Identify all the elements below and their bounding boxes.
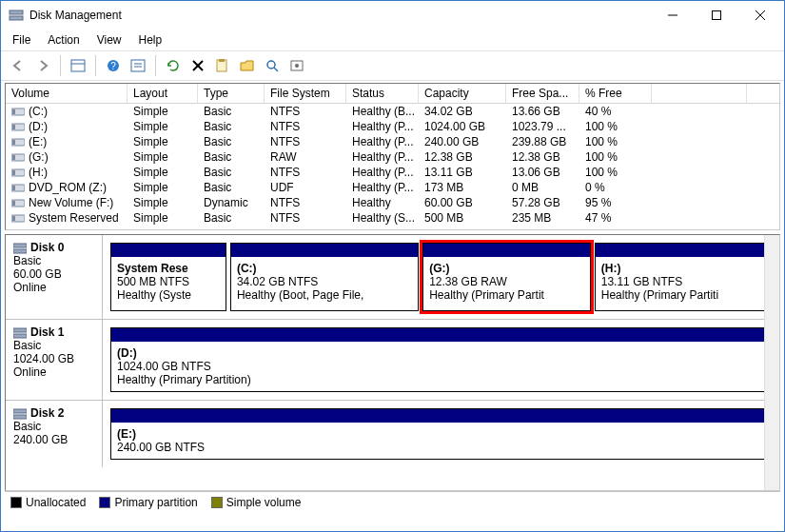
disk-state: Online xyxy=(13,365,96,379)
partition-status: Healthy (Primary Partit xyxy=(429,288,584,302)
legend-unallocated: Unallocated xyxy=(10,496,86,509)
col-type[interactable]: Type xyxy=(198,84,265,103)
vol-layout: Simple xyxy=(128,134,198,149)
partition[interactable]: (E:)240.00 GB NTFS xyxy=(110,408,768,460)
vol-pct: 100 % xyxy=(579,149,652,165)
table-row[interactable]: (H:)SimpleBasicNTFSHealthy (P...13.11 GB… xyxy=(6,165,779,180)
forward-button[interactable] xyxy=(31,54,54,77)
menu-file[interactable]: File xyxy=(5,31,38,49)
delete-button[interactable] xyxy=(186,54,209,77)
vol-free: 235 MB xyxy=(506,210,579,226)
vol-layout: Simple xyxy=(128,149,198,165)
disk-size: 1024.00 GB xyxy=(13,352,96,365)
vol-free: 239.88 GB xyxy=(506,134,579,149)
vol-cap: 60.00 GB xyxy=(419,195,506,210)
volume-list[interactable]: Volume Layout Type File System Status Ca… xyxy=(5,83,780,230)
svg-rect-40 xyxy=(13,334,27,338)
partition-status: Healthy (Primary Partition) xyxy=(117,373,761,386)
vol-pct: 100 % xyxy=(579,165,652,180)
disk-label[interactable]: Disk 0Basic60.00 GBOnline xyxy=(6,235,103,319)
col-blank[interactable] xyxy=(652,84,747,103)
table-row[interactable]: System ReservedSimpleBasicNTFSHealthy (S… xyxy=(6,210,779,226)
vol-name: DVD_ROM (Z:) xyxy=(29,181,107,194)
svg-rect-24 xyxy=(12,125,15,129)
maximize-button[interactable] xyxy=(695,2,738,29)
volume-icon xyxy=(11,151,25,163)
svg-rect-1 xyxy=(10,16,23,20)
table-row[interactable]: (E:)SimpleBasicNTFSHealthy (P...240.00 G… xyxy=(6,134,779,149)
disk-label[interactable]: Disk 1Basic1024.00 GBOnline xyxy=(6,320,103,400)
table-row[interactable]: DVD_ROM (Z:)SimpleBasicUDFHealthy (P...1… xyxy=(6,180,779,195)
partition[interactable]: (G:)12.38 GB RAWHealthy (Primary Partit xyxy=(422,243,591,311)
partition[interactable]: (D:)1024.00 GB NTFSHealthy (Primary Part… xyxy=(110,327,768,392)
properties-button[interactable] xyxy=(211,54,234,77)
partition-cap xyxy=(111,409,767,423)
explore-button[interactable] xyxy=(261,54,284,77)
vol-type: Basic xyxy=(198,104,265,119)
vol-free: 13.66 GB xyxy=(506,104,579,119)
vol-status: Healthy (B... xyxy=(346,104,419,119)
svg-rect-3 xyxy=(713,11,721,20)
vol-name: System Reserved xyxy=(29,211,119,225)
col-pct[interactable]: % Free xyxy=(579,84,652,103)
action-list-button[interactable] xyxy=(127,54,149,77)
vol-cap: 173 MB xyxy=(419,180,506,195)
partition[interactable]: (C:)34.02 GB NTFSHealthy (Boot, Page Fil… xyxy=(230,243,419,311)
vol-cap: 1024.00 GB xyxy=(419,119,506,134)
vol-name: (G:) xyxy=(29,150,49,164)
vol-name: (C:) xyxy=(29,105,48,118)
partition-size: 500 MB NTFS xyxy=(117,275,220,288)
vol-fs: NTFS xyxy=(265,210,346,226)
volume-icon xyxy=(11,212,25,224)
table-row[interactable]: (D:)SimpleBasicNTFSHealthy (P...1024.00 … xyxy=(6,119,779,134)
vol-status: Healthy (P... xyxy=(346,149,419,165)
help-button[interactable]: ? xyxy=(102,54,125,77)
vol-free: 12.38 GB xyxy=(506,149,579,165)
disk-icon xyxy=(13,406,27,420)
vol-pct: 95 % xyxy=(579,195,652,210)
back-button[interactable] xyxy=(7,54,29,77)
partition[interactable]: (H:)13.11 GB NTFSHealthy (Primary Partit… xyxy=(595,243,768,311)
menu-action[interactable]: Action xyxy=(40,31,87,49)
partition-cap xyxy=(423,244,590,257)
disk-map[interactable]: Disk 0Basic60.00 GBOnlineSystem Rese500 … xyxy=(5,234,780,491)
disk-label[interactable]: Disk 2Basic240.00 GB xyxy=(6,401,103,467)
vol-fs: RAW xyxy=(265,149,346,165)
svg-rect-41 xyxy=(13,409,27,413)
svg-rect-39 xyxy=(13,328,27,332)
volume-icon xyxy=(11,182,25,193)
col-free[interactable]: Free Spa... xyxy=(506,84,579,103)
settings-button[interactable] xyxy=(285,54,308,77)
legend-simple: Simple volume xyxy=(211,496,302,509)
menu-view[interactable]: View xyxy=(89,31,129,49)
partition[interactable]: System Rese500 MB NTFSHealthy (Syste xyxy=(110,243,226,311)
refresh-button[interactable] xyxy=(162,54,185,77)
svg-rect-30 xyxy=(12,170,15,175)
col-fs[interactable]: File System xyxy=(265,84,346,103)
svg-point-20 xyxy=(295,64,299,68)
table-row[interactable]: (G:)SimpleBasicRAWHealthy (P...12.38 GB1… xyxy=(6,149,779,165)
col-volume[interactable]: Volume xyxy=(6,84,128,103)
close-button[interactable] xyxy=(738,2,782,29)
partition-cap xyxy=(111,244,226,257)
vol-type: Basic xyxy=(198,134,265,149)
open-button[interactable] xyxy=(236,54,259,77)
vol-cap: 13.11 GB xyxy=(419,165,506,180)
svg-rect-38 xyxy=(13,249,27,253)
col-capacity[interactable]: Capacity xyxy=(419,84,506,103)
table-row[interactable]: New Volume (F:)SimpleDynamicNTFSHealthy6… xyxy=(6,195,779,210)
scrollbar[interactable] xyxy=(764,235,779,490)
vol-fs: NTFS xyxy=(265,119,346,134)
col-status[interactable]: Status xyxy=(346,84,419,103)
col-layout[interactable]: Layout xyxy=(128,84,198,103)
menu-help[interactable]: Help xyxy=(131,31,170,49)
app-icon xyxy=(9,8,24,23)
vol-status: Healthy (P... xyxy=(346,165,419,180)
legend-primary: Primary partition xyxy=(99,496,197,509)
table-row[interactable]: (C:)SimpleBasicNTFSHealthy (B...34.02 GB… xyxy=(6,104,779,119)
window-title: Disk Management xyxy=(29,9,651,22)
minimize-button[interactable] xyxy=(651,2,695,29)
show-hide-console-button[interactable] xyxy=(67,54,89,77)
svg-rect-0 xyxy=(10,10,23,14)
disk-row: Disk 2Basic240.00 GB(E:)240.00 GB NTFS xyxy=(6,401,779,467)
